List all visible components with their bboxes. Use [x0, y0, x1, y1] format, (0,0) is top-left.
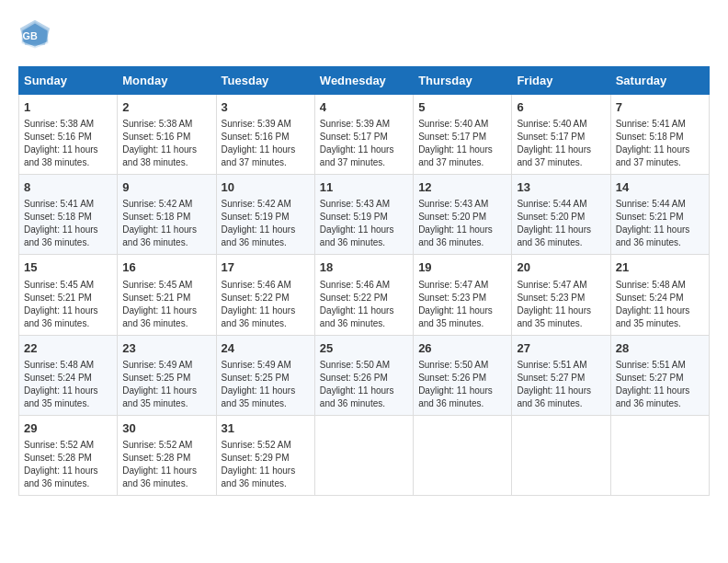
day-cell-5: 5Sunrise: 5:40 AM Sunset: 5:17 PM Daylig…: [414, 95, 512, 175]
day-info: Sunrise: 5:40 AM Sunset: 5:17 PM Dayligh…: [517, 118, 605, 169]
day-cell-3: 3Sunrise: 5:39 AM Sunset: 5:16 PM Daylig…: [216, 95, 314, 175]
day-info: Sunrise: 5:52 AM Sunset: 5:29 PM Dayligh…: [222, 439, 310, 490]
day-info: Sunrise: 5:48 AM Sunset: 5:24 PM Dayligh…: [24, 359, 112, 410]
day-cell-15: 15Sunrise: 5:45 AM Sunset: 5:21 PM Dayli…: [19, 255, 118, 335]
day-cell-4: 4Sunrise: 5:39 AM Sunset: 5:17 PM Daylig…: [314, 95, 413, 175]
day-cell-2: 2Sunrise: 5:38 AM Sunset: 5:16 PM Daylig…: [118, 95, 216, 175]
weekday-header-thursday: Thursday: [414, 67, 512, 95]
day-number: 2: [122, 99, 210, 116]
day-number: 25: [320, 340, 408, 357]
day-info: Sunrise: 5:48 AM Sunset: 5:24 PM Dayligh…: [616, 279, 704, 330]
day-number: 6: [517, 99, 605, 116]
week-row-1: 8Sunrise: 5:41 AM Sunset: 5:18 PM Daylig…: [19, 175, 710, 255]
day-cell-31: 31Sunrise: 5:52 AM Sunset: 5:29 PM Dayli…: [216, 415, 314, 495]
week-row-2: 15Sunrise: 5:45 AM Sunset: 5:21 PM Dayli…: [19, 255, 710, 335]
weekday-header-sunday: Sunday: [19, 67, 118, 95]
day-number: 4: [320, 99, 408, 116]
day-cell-22: 22Sunrise: 5:48 AM Sunset: 5:24 PM Dayli…: [19, 335, 118, 415]
day-number: 3: [222, 99, 310, 116]
logo: GB: [18, 18, 57, 52]
day-info: Sunrise: 5:52 AM Sunset: 5:28 PM Dayligh…: [24, 439, 112, 490]
weekday-header-tuesday: Tuesday: [216, 67, 314, 95]
day-info: Sunrise: 5:41 AM Sunset: 5:18 PM Dayligh…: [24, 198, 112, 249]
day-cell-24: 24Sunrise: 5:49 AM Sunset: 5:25 PM Dayli…: [216, 335, 314, 415]
day-number: 9: [122, 179, 210, 196]
day-cell-13: 13Sunrise: 5:44 AM Sunset: 5:20 PM Dayli…: [512, 175, 610, 255]
logo-icon: GB: [18, 18, 51, 52]
day-number: 8: [24, 179, 112, 196]
day-info: Sunrise: 5:52 AM Sunset: 5:28 PM Dayligh…: [122, 439, 210, 490]
day-info: Sunrise: 5:51 AM Sunset: 5:27 PM Dayligh…: [616, 359, 704, 410]
day-number: 29: [24, 420, 112, 437]
day-cell-25: 25Sunrise: 5:50 AM Sunset: 5:26 PM Dayli…: [314, 335, 413, 415]
day-number: 26: [418, 340, 506, 357]
weekday-header-wednesday: Wednesday: [314, 67, 413, 95]
day-info: Sunrise: 5:47 AM Sunset: 5:23 PM Dayligh…: [418, 279, 506, 330]
day-cell-7: 7Sunrise: 5:41 AM Sunset: 5:18 PM Daylig…: [610, 95, 709, 175]
calendar-table: SundayMondayTuesdayWednesdayThursdayFrid…: [18, 66, 710, 496]
day-number: 20: [517, 259, 605, 276]
day-number: 17: [222, 259, 310, 276]
day-cell-19: 19Sunrise: 5:47 AM Sunset: 5:23 PM Dayli…: [414, 255, 512, 335]
day-info: Sunrise: 5:45 AM Sunset: 5:21 PM Dayligh…: [24, 279, 112, 330]
weekday-header-row: SundayMondayTuesdayWednesdayThursdayFrid…: [19, 67, 710, 95]
day-info: Sunrise: 5:50 AM Sunset: 5:26 PM Dayligh…: [320, 359, 408, 410]
day-info: Sunrise: 5:47 AM Sunset: 5:23 PM Dayligh…: [517, 279, 605, 330]
day-info: Sunrise: 5:43 AM Sunset: 5:20 PM Dayligh…: [418, 198, 506, 249]
day-cell-6: 6Sunrise: 5:40 AM Sunset: 5:17 PM Daylig…: [512, 95, 610, 175]
calendar-header: SundayMondayTuesdayWednesdayThursdayFrid…: [19, 67, 710, 95]
empty-cell: [314, 415, 413, 495]
weekday-header-monday: Monday: [118, 67, 216, 95]
day-info: Sunrise: 5:49 AM Sunset: 5:25 PM Dayligh…: [122, 359, 210, 410]
day-number: 5: [418, 99, 506, 116]
day-number: 11: [320, 179, 408, 196]
day-info: Sunrise: 5:38 AM Sunset: 5:16 PM Dayligh…: [24, 118, 112, 169]
day-number: 31: [222, 420, 310, 437]
day-cell-28: 28Sunrise: 5:51 AM Sunset: 5:27 PM Dayli…: [610, 335, 709, 415]
day-info: Sunrise: 5:41 AM Sunset: 5:18 PM Dayligh…: [616, 118, 704, 169]
day-cell-12: 12Sunrise: 5:43 AM Sunset: 5:20 PM Dayli…: [414, 175, 512, 255]
day-cell-17: 17Sunrise: 5:46 AM Sunset: 5:22 PM Dayli…: [216, 255, 314, 335]
week-row-4: 29Sunrise: 5:52 AM Sunset: 5:28 PM Dayli…: [19, 415, 710, 495]
day-cell-11: 11Sunrise: 5:43 AM Sunset: 5:19 PM Dayli…: [314, 175, 413, 255]
day-cell-1: 1Sunrise: 5:38 AM Sunset: 5:16 PM Daylig…: [19, 95, 118, 175]
day-cell-30: 30Sunrise: 5:52 AM Sunset: 5:28 PM Dayli…: [118, 415, 216, 495]
weekday-header-friday: Friday: [512, 67, 610, 95]
day-number: 14: [616, 179, 704, 196]
day-cell-8: 8Sunrise: 5:41 AM Sunset: 5:18 PM Daylig…: [19, 175, 118, 255]
day-number: 7: [616, 99, 704, 116]
day-number: 23: [122, 340, 210, 357]
day-number: 16: [122, 259, 210, 276]
day-cell-29: 29Sunrise: 5:52 AM Sunset: 5:28 PM Dayli…: [19, 415, 118, 495]
day-cell-14: 14Sunrise: 5:44 AM Sunset: 5:21 PM Dayli…: [610, 175, 709, 255]
day-info: Sunrise: 5:43 AM Sunset: 5:19 PM Dayligh…: [320, 198, 408, 249]
page-header: GB: [18, 18, 710, 52]
day-info: Sunrise: 5:50 AM Sunset: 5:26 PM Dayligh…: [418, 359, 506, 410]
day-info: Sunrise: 5:46 AM Sunset: 5:22 PM Dayligh…: [222, 279, 310, 330]
day-info: Sunrise: 5:40 AM Sunset: 5:17 PM Dayligh…: [418, 118, 506, 169]
day-number: 27: [517, 340, 605, 357]
week-row-0: 1Sunrise: 5:38 AM Sunset: 5:16 PM Daylig…: [19, 95, 710, 175]
day-info: Sunrise: 5:39 AM Sunset: 5:17 PM Dayligh…: [320, 118, 408, 169]
weekday-header-saturday: Saturday: [610, 67, 709, 95]
day-info: Sunrise: 5:39 AM Sunset: 5:16 PM Dayligh…: [222, 118, 310, 169]
day-cell-18: 18Sunrise: 5:46 AM Sunset: 5:22 PM Dayli…: [314, 255, 413, 335]
day-number: 12: [418, 179, 506, 196]
empty-cell: [512, 415, 610, 495]
day-number: 1: [24, 99, 112, 116]
empty-cell: [610, 415, 709, 495]
day-number: 13: [517, 179, 605, 196]
day-info: Sunrise: 5:42 AM Sunset: 5:19 PM Dayligh…: [222, 198, 310, 249]
day-number: 18: [320, 259, 408, 276]
day-number: 28: [616, 340, 704, 357]
day-info: Sunrise: 5:38 AM Sunset: 5:16 PM Dayligh…: [122, 118, 210, 169]
day-number: 21: [616, 259, 704, 276]
day-number: 22: [24, 340, 112, 357]
day-number: 19: [418, 259, 506, 276]
day-cell-21: 21Sunrise: 5:48 AM Sunset: 5:24 PM Dayli…: [610, 255, 709, 335]
day-info: Sunrise: 5:45 AM Sunset: 5:21 PM Dayligh…: [122, 279, 210, 330]
day-number: 30: [122, 420, 210, 437]
svg-text:GB: GB: [23, 30, 38, 41]
day-number: 24: [222, 340, 310, 357]
empty-cell: [414, 415, 512, 495]
